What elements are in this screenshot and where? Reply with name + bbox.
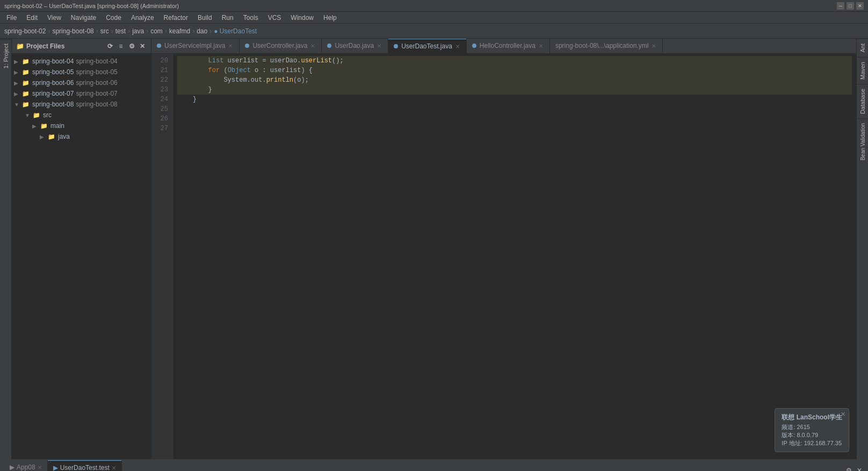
menu-run[interactable]: Run — [218, 13, 238, 23]
breadcrumb-keafmd[interactable]: keafmd — [169, 27, 190, 35]
notification-line2: 版本: 8.0.0.79 — [782, 431, 842, 439]
menu-tools[interactable]: Tools — [239, 13, 263, 23]
sync-icon[interactable]: ⟳ — [106, 42, 114, 51]
code-editor: 20 21 22 23 24 25 26 27 List userlist = … — [151, 54, 856, 459]
editor-area: UserServiceImpl.java ✕ UserController.ja… — [151, 39, 856, 459]
menu-build[interactable]: Build — [193, 13, 216, 23]
tree-item[interactable]: ▶ 📁 spring-boot-04 spring-boot-04 — [12, 56, 151, 67]
bottom-panel: ▶ App08 ✕ ▶ UserDaoTest.test ✕ ⚙ ✕ ▶ ✓ ⏸… — [0, 459, 868, 471]
collapse-icon[interactable]: ≡ — [117, 42, 125, 51]
breadcrumb-dao[interactable]: dao — [197, 27, 207, 35]
code-line: System.out.println(o); — [177, 75, 852, 85]
bottom-tab-userdaotest[interactable]: ▶ UserDaoTest.test ✕ — [48, 460, 122, 471]
menu-code[interactable]: Code — [102, 13, 126, 23]
notification-popup: ✕ 联想 LanSchool学生 频道: 2615 版本: 8.0.0.79 I… — [775, 408, 849, 452]
code-content[interactable]: List userlist = userDao.userList(); for … — [173, 54, 856, 459]
tab-close-icon[interactable]: ✕ — [376, 43, 382, 49]
run-icon: ▶ — [10, 463, 15, 471]
main-layout: 1: Project 📁 Project Files ⟳ ≡ ⚙ ✕ ▶ 📁 s… — [0, 39, 868, 459]
menu-refactor[interactable]: Refactor — [160, 13, 192, 23]
project-tree: ▶ 📁 spring-boot-04 spring-boot-04 ▶ 📁 sp… — [12, 54, 151, 459]
close-panel-icon[interactable]: ✕ — [138, 42, 147, 51]
tree-item[interactable]: ▶ 📁 spring-boot-06 spring-boot-06 — [12, 77, 151, 88]
project-panel: 📁 Project Files ⟳ ≡ ⚙ ✕ ▶ 📁 spring-boot-… — [12, 39, 151, 459]
title-bar: spring-boot-02 – UserDaoTest.java [sprin… — [0, 0, 868, 12]
minimize-button[interactable]: ─ — [837, 2, 844, 10]
test-icon: ▶ — [53, 464, 58, 471]
code-line — [177, 114, 852, 124]
menu-edit[interactable]: Edit — [22, 13, 42, 23]
right-tab-database[interactable]: Database — [857, 84, 868, 118]
breadcrumb-java[interactable]: java — [132, 27, 144, 35]
project-panel-header: 📁 Project Files ⟳ ≡ ⚙ ✕ — [12, 39, 151, 54]
tab-close-icon[interactable]: ✕ — [112, 465, 116, 471]
tree-item-java[interactable]: ▶ 📁 java — [12, 131, 151, 142]
tab-userdao[interactable]: UserDao.java ✕ — [322, 39, 388, 53]
menu-view[interactable]: View — [43, 13, 66, 23]
bottom-tab-app08[interactable]: ▶ App08 ✕ — [4, 460, 48, 471]
bottom-tab-bar: ▶ App08 ✕ ▶ UserDaoTest.test ✕ ⚙ ✕ — [0, 460, 868, 471]
menu-analyze[interactable]: Analyze — [127, 13, 158, 23]
notification-title: 联想 LanSchool学生 — [782, 413, 842, 422]
menu-vcs[interactable]: VCS — [264, 13, 286, 23]
close-panel-icon[interactable]: ✕ — [855, 466, 864, 471]
window-title: spring-boot-02 – UserDaoTest.java [sprin… — [4, 3, 179, 9]
breadcrumb-test[interactable]: test — [115, 27, 126, 35]
tab-close-icon[interactable]: ✕ — [454, 44, 461, 49]
right-tab-ant[interactable]: Ant — [857, 39, 868, 57]
left-sidebar-tabs: 1: Project — [0, 39, 12, 459]
line-numbers: 20 21 22 23 24 25 26 27 — [151, 54, 173, 459]
tab-userdaotest[interactable]: UserDaoTest.java ✕ — [388, 39, 467, 53]
close-button[interactable]: ✕ — [856, 2, 864, 10]
menu-bar: File Edit View Navigate Code Analyze Ref… — [0, 12, 868, 24]
menu-file[interactable]: File — [2, 13, 21, 23]
tree-item-main[interactable]: ▶ 📁 main — [12, 120, 151, 131]
code-line — [177, 104, 852, 114]
menu-navigate[interactable]: Navigate — [67, 13, 100, 23]
tab-close-icon[interactable]: ✕ — [538, 43, 544, 49]
window-controls: ─ □ ✕ — [837, 2, 864, 10]
right-tab-bean[interactable]: Bean Validation — [857, 118, 868, 165]
folder-icon: 📁 — [16, 42, 24, 50]
code-line — [177, 124, 852, 133]
tab-close-icon[interactable]: ✕ — [38, 465, 42, 470]
breadcrumb-file[interactable]: ● UserDaoTest — [214, 27, 257, 35]
tree-item[interactable]: ▶ 📁 spring-boot-07 spring-boot-07 — [12, 88, 151, 99]
breadcrumb-com[interactable]: com — [150, 27, 163, 35]
tree-item-spring08[interactable]: ▼ 📁 spring-boot-08 spring-boot-08 — [12, 99, 151, 110]
breadcrumb-bar: spring-boot-02 › spring-boot-08 › src › … — [0, 24, 868, 39]
tab-hellocontroller[interactable]: HelloController.java ✕ — [467, 39, 550, 53]
menu-help[interactable]: Help — [319, 13, 341, 23]
breadcrumb-module[interactable]: spring-boot-08 — [52, 27, 93, 35]
settings-icon[interactable]: ⚙ — [844, 466, 853, 471]
code-line: for (Object o : userlist) { — [177, 66, 852, 75]
code-line: List userlist = userDao.userList(); — [177, 56, 852, 66]
code-line: } — [177, 85, 852, 95]
editor-tab-bar: UserServiceImpl.java ✕ UserController.ja… — [151, 39, 856, 54]
notification-close-button[interactable]: ✕ — [841, 411, 845, 418]
code-line: } — [177, 95, 852, 104]
tab-close-icon[interactable]: ✕ — [309, 43, 316, 49]
tree-item-src[interactable]: ▼ 📁 src — [12, 110, 151, 120]
project-header-actions: ⟳ ≡ ⚙ ✕ — [106, 42, 147, 51]
tab-userserviceimpl[interactable]: UserServiceImpl.java ✕ — [151, 39, 240, 53]
breadcrumb-src[interactable]: src — [100, 27, 109, 35]
tab-close-icon[interactable]: ✕ — [650, 43, 657, 49]
tree-item[interactable]: ▶ 📁 spring-boot-05 spring-boot-05 — [12, 67, 151, 77]
menu-window[interactable]: Window — [286, 13, 318, 23]
project-panel-title: Project Files — [26, 42, 64, 50]
notification-line1: 频道: 2615 — [782, 423, 842, 431]
tab-usercontroller[interactable]: UserController.java ✕ — [240, 39, 322, 53]
tab-application-yml[interactable]: spring-boot-08\...\application.yml ✕ — [550, 39, 663, 53]
tab-close-icon[interactable]: ✕ — [227, 43, 234, 49]
sidebar-tab-project[interactable]: 1: Project — [0, 39, 11, 73]
settings-icon[interactable]: ⚙ — [127, 42, 136, 51]
maximize-button[interactable]: □ — [847, 2, 854, 10]
right-sidebar: Ant Maven Database Bean Validation — [856, 39, 868, 459]
breadcrumb-project[interactable]: spring-boot-02 — [4, 27, 46, 35]
right-tab-maven[interactable]: Maven — [857, 57, 868, 84]
notification-line3: IP 地址: 192.168.77.35 — [782, 439, 842, 447]
